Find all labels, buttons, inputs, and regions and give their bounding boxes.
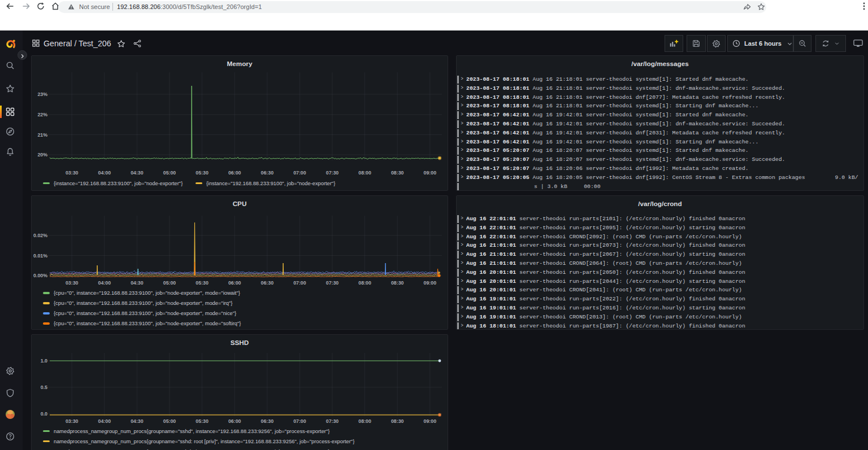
svg-text:22%: 22% [37,112,47,117]
svg-text:07:30: 07:30 [326,280,339,286]
svg-text:03:30: 03:30 [66,170,79,176]
svg-text:0.02%: 0.02% [33,233,47,238]
svg-text:08:00: 08:00 [358,418,371,424]
svg-text:09:00: 09:00 [424,170,437,176]
svg-text:06:30: 06:30 [261,170,274,176]
svg-text:05:00: 05:00 [163,280,176,286]
svg-text:06:00: 06:00 [228,418,241,424]
svg-text:0.01%: 0.01% [33,253,47,259]
svg-text:07:00: 07:00 [293,280,306,286]
svg-text:04:30: 04:30 [131,418,144,424]
svg-text:08:30: 08:30 [391,418,404,424]
svg-text:07:00: 07:00 [293,418,306,424]
svg-text:06:00: 06:00 [228,280,241,286]
svg-text:07:30: 07:30 [326,418,339,424]
svg-text:08:30: 08:30 [391,170,404,176]
svg-text:08:00: 08:00 [358,170,371,176]
svg-text:03:30: 03:30 [66,418,79,424]
svg-text:09:00: 09:00 [424,418,437,424]
svg-text:0.5: 0.5 [41,385,47,390]
svg-text:08:00: 08:00 [358,280,371,286]
svg-text:09:00: 09:00 [424,280,437,286]
svg-text:05:00: 05:00 [163,418,176,424]
svg-text:05:30: 05:30 [196,280,209,286]
svg-text:04:30: 04:30 [131,170,144,176]
svg-text:06:30: 06:30 [261,280,274,286]
svg-text:0.0: 0.0 [41,411,47,417]
svg-text:0.00%: 0.00% [33,273,47,278]
svg-text:05:30: 05:30 [196,418,209,424]
svg-text:05:30: 05:30 [196,170,209,176]
svg-text:06:00: 06:00 [228,170,241,176]
svg-text:07:30: 07:30 [326,170,339,176]
svg-text:04:00: 04:00 [98,280,111,286]
svg-text:05:00: 05:00 [163,170,176,176]
svg-text:1.0: 1.0 [41,358,47,364]
svg-text:23%: 23% [37,91,47,97]
svg-text:04:30: 04:30 [131,280,144,286]
svg-text:08:30: 08:30 [391,280,404,286]
svg-text:03:30: 03:30 [66,280,79,286]
svg-text:04:00: 04:00 [98,418,111,424]
svg-text:20%: 20% [37,152,47,158]
svg-text:07:00: 07:00 [293,170,306,176]
svg-text:06:30: 06:30 [261,418,274,424]
svg-text:21%: 21% [37,132,47,138]
svg-text:04:00: 04:00 [98,170,111,176]
